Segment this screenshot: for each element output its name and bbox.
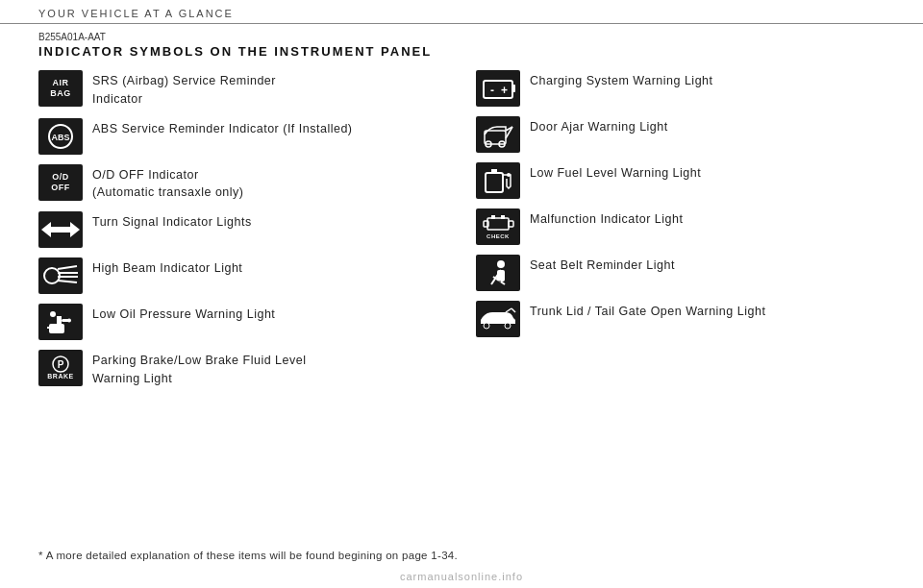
indicator-airbag: AIR BAG SRS (Airbag) Service Reminder In… bbox=[38, 70, 447, 109]
malfunction-icon: CHECK bbox=[476, 208, 520, 245]
right-column: - + Charging System Warning Light bbox=[476, 70, 885, 398]
lowfuel-text: Low Fuel Level Warning Light bbox=[530, 162, 701, 183]
trunk-icon bbox=[476, 301, 520, 337]
charging-icon: - + bbox=[476, 70, 520, 107]
svg-rect-24 bbox=[486, 173, 503, 192]
doorajar-icon bbox=[476, 116, 520, 153]
indicator-oilpressure: Low Oil Pressure Warning Light bbox=[38, 304, 447, 340]
svg-rect-28 bbox=[484, 221, 488, 227]
svg-rect-8 bbox=[49, 324, 64, 333]
svg-point-26 bbox=[507, 173, 511, 177]
svg-line-7 bbox=[58, 281, 77, 282]
seatbelt-text: Seat Belt Reminder Light bbox=[530, 255, 675, 275]
svg-rect-19 bbox=[485, 131, 506, 144]
svg-rect-9 bbox=[57, 316, 62, 325]
svg-point-3 bbox=[44, 268, 60, 283]
svg-text:+: + bbox=[501, 84, 508, 97]
seatbelt-icon bbox=[476, 255, 520, 291]
content-area: B255A01A-AAT INDICATOR SYMBOLS ON THE IN… bbox=[0, 24, 923, 398]
svg-rect-25 bbox=[491, 169, 497, 174]
footer-note: * A more detailed explanation of these i… bbox=[38, 550, 885, 561]
airbag-icon: AIR BAG bbox=[38, 70, 83, 107]
oilpressure-icon bbox=[38, 304, 83, 340]
svg-rect-30 bbox=[491, 215, 495, 219]
svg-marker-2 bbox=[41, 222, 80, 237]
svg-point-37 bbox=[484, 323, 489, 329]
parking-brake-text: Parking Brake/Low Brake Fluid Level Warn… bbox=[92, 350, 306, 388]
indicators-grid: AIR BAG SRS (Airbag) Service Reminder In… bbox=[38, 70, 885, 398]
page-header-title: YOUR VEHICLE AT A GLANCE bbox=[38, 8, 234, 19]
indicator-trunk: Trunk Lid / Tail Gate Open Warning Light bbox=[476, 301, 885, 337]
indicator-turn: Turn Signal Indicator Lights bbox=[38, 211, 447, 248]
section-title: INDICATOR SYMBOLS ON THE INSTRUMENT PANE… bbox=[38, 44, 885, 59]
abs-icon: ABS bbox=[38, 118, 83, 155]
highbeam-icon bbox=[38, 257, 83, 294]
lowfuel-icon bbox=[476, 162, 520, 199]
left-column: AIR BAG SRS (Airbag) Service Reminder In… bbox=[38, 70, 447, 398]
indicator-parking: P BRAKE Parking Brake/Low Brake Fluid Le… bbox=[38, 350, 447, 388]
indicator-lowfuel: Low Fuel Level Warning Light bbox=[476, 162, 885, 199]
watermark: carmanualsonline.info bbox=[0, 571, 923, 582]
svg-rect-16 bbox=[512, 85, 515, 92]
svg-text:-: - bbox=[490, 84, 494, 97]
oilpressure-text: Low Oil Pressure Warning Light bbox=[92, 304, 275, 324]
svg-point-12 bbox=[50, 311, 56, 317]
svg-rect-15 bbox=[484, 81, 512, 98]
page-header: YOUR VEHICLE AT A GLANCE bbox=[0, 0, 923, 24]
indicator-doorajar: Door Ajar Warning Light bbox=[476, 116, 885, 153]
turn-signal-icon bbox=[38, 211, 83, 248]
indicator-highbeam: High Beam Indicator Light bbox=[38, 257, 447, 294]
airbag-text: SRS (Airbag) Service Reminder Indicator bbox=[92, 70, 276, 109]
svg-text:ABS: ABS bbox=[51, 133, 69, 142]
malfunction-text: Malfunction Indicator Light bbox=[530, 208, 683, 229]
trunk-text: Trunk Lid / Tail Gate Open Warning Light bbox=[530, 301, 765, 321]
abs-text: ABS Service Reminder Indicator (If Insta… bbox=[92, 118, 353, 138]
svg-line-4 bbox=[58, 266, 77, 269]
svg-rect-29 bbox=[509, 221, 513, 227]
indicator-abs: ABS ABS Service Reminder Indicator (If I… bbox=[38, 118, 447, 155]
indicator-seatbelt: Seat Belt Reminder Light bbox=[476, 255, 885, 291]
highbeam-text: High Beam Indicator Light bbox=[92, 257, 242, 278]
turn-signal-text: Turn Signal Indicator Lights bbox=[92, 211, 252, 232]
svg-text:P: P bbox=[58, 359, 64, 370]
charging-text: Charging System Warning Light bbox=[530, 70, 713, 90]
svg-point-32 bbox=[497, 260, 505, 268]
doorajar-text: Door Ajar Warning Light bbox=[530, 116, 668, 136]
parking-brake-icon: P BRAKE bbox=[38, 350, 83, 386]
indicator-charging: - + Charging System Warning Light bbox=[476, 70, 885, 107]
doc-code: B255A01A-AAT bbox=[38, 32, 885, 42]
svg-point-38 bbox=[505, 323, 511, 329]
indicator-malfunction: CHECK Malfunction Indicator Light bbox=[476, 208, 885, 245]
svg-rect-31 bbox=[501, 215, 505, 219]
indicator-od: O/D OFF O/D OFF Indicator (Automatic tra… bbox=[38, 164, 447, 203]
svg-point-11 bbox=[67, 319, 71, 323]
svg-rect-27 bbox=[487, 218, 509, 230]
od-text: O/D OFF Indicator (Automatic transaxle o… bbox=[92, 164, 244, 203]
od-icon: O/D OFF bbox=[38, 164, 83, 201]
